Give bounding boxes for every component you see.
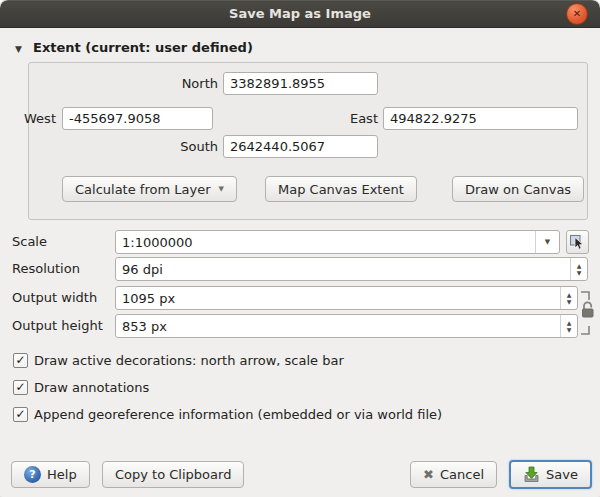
check-icon: ✓ xyxy=(15,381,25,393)
resolution-spinbox[interactable]: ▲ ▼ xyxy=(115,257,588,281)
draw-annotations-label[interactable]: Draw annotations xyxy=(34,380,149,396)
cursor-on-map-icon xyxy=(569,234,586,251)
close-button[interactable]: ✕ xyxy=(566,3,588,25)
check-icon: ✓ xyxy=(15,408,25,420)
east-label: East xyxy=(290,110,378,128)
west-input[interactable] xyxy=(62,107,213,130)
help-label: Help xyxy=(47,467,77,482)
output-height-input[interactable] xyxy=(116,315,560,337)
output-width-label: Output width xyxy=(12,289,112,307)
collapse-arrow-icon[interactable]: ▼ xyxy=(15,42,22,56)
draw-decorations-checkbox[interactable]: ✓ xyxy=(13,353,28,368)
north-label: North xyxy=(120,75,218,93)
save-icon xyxy=(523,466,540,483)
draw-annotations-checkbox[interactable]: ✓ xyxy=(13,380,28,395)
spin-down-icon: ▼ xyxy=(567,298,572,305)
extent-section-title: Extent (current: user defined) xyxy=(33,40,253,55)
open-padlock-icon xyxy=(584,302,591,309)
south-label: South xyxy=(120,138,218,156)
save-label: Save xyxy=(546,467,578,482)
scale-input[interactable] xyxy=(116,231,535,253)
draw-on-canvas-label: Draw on Canvas xyxy=(465,182,571,197)
close-icon: ✕ xyxy=(573,9,581,19)
output-height-spin-buttons[interactable]: ▲ ▼ xyxy=(560,315,577,337)
north-input[interactable] xyxy=(223,72,378,95)
draw-decorations-label[interactable]: Draw active decorations: north arrow, sc… xyxy=(34,353,344,369)
dropdown-arrow-icon: ▼ xyxy=(218,185,223,193)
output-width-input[interactable] xyxy=(116,287,560,309)
spin-up-icon: ▲ xyxy=(577,262,582,269)
map-canvas-extent-label: Map Canvas Extent xyxy=(278,182,404,197)
spin-up-icon: ▲ xyxy=(567,319,572,326)
append-georeference-label[interactable]: Append georeference information (embedde… xyxy=(34,407,442,423)
spin-down-icon: ▼ xyxy=(577,269,582,276)
set-scale-from-canvas-button[interactable] xyxy=(566,230,589,254)
resolution-spin-buttons[interactable]: ▲ ▼ xyxy=(570,258,587,280)
scale-label: Scale xyxy=(12,233,102,251)
output-height-spinbox[interactable]: ▲ ▼ xyxy=(115,314,578,338)
help-icon: ? xyxy=(24,466,41,483)
append-georeference-checkbox[interactable]: ✓ xyxy=(13,407,28,422)
window-title: Save Map as Image xyxy=(229,6,371,21)
titlebar[interactable]: Save Map as Image ✕ xyxy=(0,0,600,28)
output-width-spinbox[interactable]: ▲ ▼ xyxy=(115,286,578,310)
scale-combobox[interactable]: ▼ xyxy=(115,230,560,254)
resolution-input[interactable] xyxy=(116,258,570,280)
copy-to-clipboard-button[interactable]: Copy to Clipboard xyxy=(102,461,244,488)
save-button[interactable]: Save xyxy=(509,460,592,489)
east-input[interactable] xyxy=(383,107,578,130)
spin-up-icon: ▲ xyxy=(567,291,572,298)
lock-aspect-ratio-toggle[interactable] xyxy=(579,287,597,339)
south-input[interactable] xyxy=(223,135,378,158)
output-height-label: Output height xyxy=(12,317,112,335)
save-map-as-image-dialog: Save Map as Image ✕ ▼ Extent (current: u… xyxy=(0,0,600,497)
cancel-label: Cancel xyxy=(440,467,484,482)
map-canvas-extent-button[interactable]: Map Canvas Extent xyxy=(265,176,417,202)
scale-dropdown-button[interactable]: ▼ xyxy=(535,231,559,253)
calculate-from-layer-label: Calculate from Layer xyxy=(75,182,210,197)
calculate-from-layer-button[interactable]: Calculate from Layer ▼ xyxy=(62,176,237,202)
resolution-label: Resolution xyxy=(12,260,107,278)
spin-down-icon: ▼ xyxy=(567,326,572,333)
help-button[interactable]: ? Help xyxy=(11,461,90,488)
copy-to-clipboard-label: Copy to Clipboard xyxy=(115,467,231,482)
draw-on-canvas-button[interactable]: Draw on Canvas xyxy=(452,176,584,202)
chevron-down-icon: ▼ xyxy=(545,238,550,246)
output-width-spin-buttons[interactable]: ▲ ▼ xyxy=(560,287,577,309)
check-icon: ✓ xyxy=(15,354,25,366)
question-mark-glyph: ? xyxy=(29,468,35,481)
cancel-button[interactable]: ✖ Cancel xyxy=(410,461,497,488)
cancel-x-icon: ✖ xyxy=(423,467,434,482)
west-label: West xyxy=(0,110,56,128)
